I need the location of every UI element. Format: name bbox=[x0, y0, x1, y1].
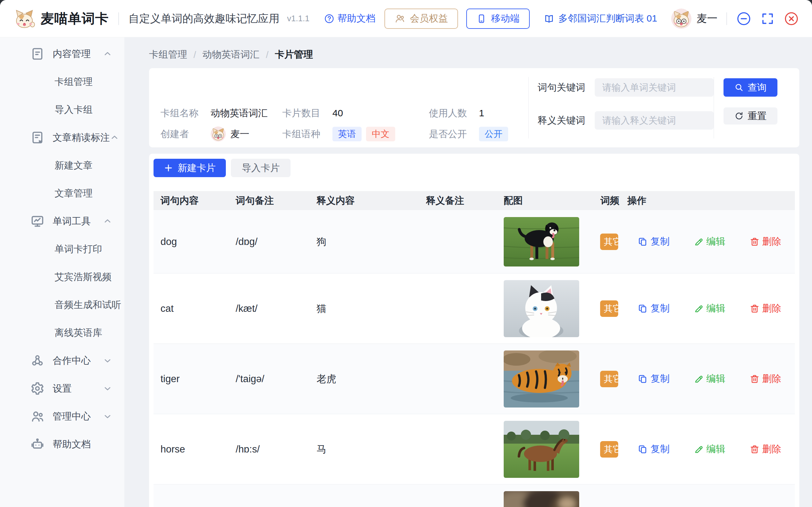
vertical-divider bbox=[714, 77, 714, 138]
top-header: 麦喵单词卡 自定义单词的高效趣味记忆应用 v1.1.1 帮助文档 会员权益 移动… bbox=[0, 0, 812, 38]
phone-icon bbox=[476, 14, 487, 24]
sidebar-item-label: 帮助文档 bbox=[53, 438, 91, 451]
cell-actions: 复制编辑删除 bbox=[620, 235, 795, 248]
edit-button[interactable]: 编辑 bbox=[694, 302, 725, 315]
wordlist-link[interactable]: 多邻国词汇判断词表 01 bbox=[544, 12, 657, 25]
collab-icon bbox=[31, 354, 44, 368]
gear-icon bbox=[31, 382, 44, 395]
delete-button[interactable]: 删除 bbox=[750, 443, 781, 456]
sidebar-item-article[interactable]: 文章精读标注 bbox=[0, 124, 124, 152]
sidebar-item-monitor[interactable]: 单词工具 bbox=[0, 207, 124, 235]
sidebar-item-label: 管理中心 bbox=[53, 410, 91, 423]
animal-photo bbox=[504, 491, 579, 507]
breadcrumb-deck-name[interactable]: 动物英语词汇 bbox=[202, 48, 259, 61]
sidebar-item-robot[interactable]: 帮助文档 bbox=[0, 430, 124, 458]
delete-button[interactable]: 删除 bbox=[750, 372, 781, 385]
sidebar-item-label: 内容管理 bbox=[53, 48, 91, 60]
copy-button[interactable]: 复制 bbox=[638, 443, 670, 456]
edit-icon bbox=[694, 237, 704, 247]
chevron-down-icon bbox=[103, 356, 112, 365]
reset-button[interactable]: 重置 bbox=[723, 107, 777, 124]
cell-actions: 复制编辑删除 bbox=[620, 372, 795, 385]
language-tag-english: 英语 bbox=[333, 127, 362, 141]
frequency-tag: 其它 bbox=[600, 371, 618, 387]
sidebar-item-label: 设置 bbox=[53, 382, 72, 395]
horse-photo bbox=[504, 421, 579, 478]
delete-button[interactable]: 删除 bbox=[750, 302, 781, 315]
copy-icon bbox=[638, 303, 648, 314]
sidebar-subitem[interactable]: 导入卡组 bbox=[0, 96, 124, 124]
new-card-button[interactable]: 新建卡片 bbox=[154, 159, 226, 177]
header-divider bbox=[118, 12, 119, 25]
copy-button[interactable]: 复制 bbox=[638, 372, 670, 385]
edit-button[interactable]: 编辑 bbox=[694, 372, 725, 385]
close-button[interactable] bbox=[784, 11, 799, 26]
vertical-divider bbox=[528, 77, 529, 138]
card-count-label: 卡片数目 bbox=[282, 107, 333, 120]
monitor-icon bbox=[31, 214, 44, 228]
word-keyword-input[interactable] bbox=[595, 78, 714, 97]
cell-actions: 复制编辑删除 bbox=[620, 302, 795, 315]
help-doc-link[interactable]: 帮助文档 bbox=[324, 12, 375, 25]
breadcrumb-card-management: 卡片管理 bbox=[275, 48, 313, 61]
sidebar-item-label: 文章精读标注 bbox=[53, 131, 110, 144]
sidebar-subitem[interactable]: 新建文章 bbox=[0, 152, 124, 179]
frequency-tag: 其它 bbox=[600, 441, 618, 458]
mobile-app-button[interactable]: 移动端 bbox=[466, 9, 530, 29]
cards-table: 词句内容 词句备注 释义内容 释义备注 配图 词频 操作 dog/dɒg/狗 bbox=[154, 191, 795, 507]
col-meaning-note: 释义备注 bbox=[419, 194, 497, 207]
users-icon bbox=[31, 409, 44, 424]
col-frequency: 词频 bbox=[594, 194, 620, 207]
delete-button[interactable]: 删除 bbox=[750, 235, 781, 248]
sidebar-subitem[interactable]: 单词卡打印 bbox=[0, 235, 124, 263]
edit-button[interactable]: 编辑 bbox=[694, 443, 725, 456]
chevron-down-icon bbox=[103, 384, 112, 393]
app-version: v1.1.1 bbox=[287, 14, 310, 23]
language-tag-chinese: 中文 bbox=[366, 127, 395, 141]
frequency-tag: 其它 bbox=[600, 300, 618, 317]
cell-image bbox=[497, 280, 594, 337]
fullscreen-button[interactable] bbox=[761, 12, 774, 26]
sidebar-item-collab[interactable]: 合作中心 bbox=[0, 347, 124, 375]
copy-button[interactable]: 复制 bbox=[638, 235, 670, 248]
sidebar-item-document[interactable]: 内容管理 bbox=[0, 40, 124, 68]
copy-icon bbox=[638, 374, 648, 384]
main-content: 卡组管理 / 动物英语词汇 / 卡片管理 卡组名称 动物英语词汇 创建者 bbox=[124, 38, 812, 507]
user-menu[interactable]: 麦一 bbox=[671, 9, 717, 29]
cell-frequency: 其它 bbox=[594, 441, 620, 458]
sidebar-subitem[interactable]: 卡组管理 bbox=[0, 68, 124, 96]
edit-button[interactable]: 编辑 bbox=[694, 235, 725, 248]
breadcrumb: 卡组管理 / 动物英语词汇 / 卡片管理 bbox=[149, 48, 799, 61]
sidebar-subitem[interactable]: 离线英语库 bbox=[0, 319, 124, 347]
breadcrumb-deck-management[interactable]: 卡组管理 bbox=[149, 48, 187, 61]
minimize-button[interactable] bbox=[737, 11, 751, 26]
creator-label: 创建者 bbox=[160, 128, 211, 141]
copy-button[interactable]: 复制 bbox=[638, 302, 670, 315]
sidebar-item-users[interactable]: 管理中心 bbox=[0, 402, 124, 430]
table-row: tiger/'taigə/老虎 其它复制编辑删除 bbox=[154, 344, 795, 414]
sidebar-subitem[interactable]: 艾宾浩斯视频 bbox=[0, 263, 124, 291]
sidebar-subitem[interactable]: 文章管理 bbox=[0, 179, 124, 207]
word-keyword-label: 词句关键词 bbox=[538, 81, 595, 94]
sidebar-item-label: 单词工具 bbox=[53, 215, 91, 228]
app-logo-cat-icon bbox=[13, 8, 36, 30]
tiger-photo bbox=[504, 350, 579, 407]
import-card-button[interactable]: 导入卡片 bbox=[231, 159, 291, 177]
chevron-up-icon bbox=[103, 216, 112, 226]
cell-meaning: 马 bbox=[310, 443, 419, 456]
edit-icon bbox=[694, 374, 704, 384]
cell-image bbox=[497, 217, 594, 267]
window-controls bbox=[737, 11, 799, 26]
meaning-keyword-input[interactable] bbox=[595, 111, 714, 130]
query-button[interactable]: 查询 bbox=[723, 78, 777, 97]
sidebar-item-gear[interactable]: 设置 bbox=[0, 375, 124, 402]
cell-image bbox=[497, 491, 594, 507]
app-window: 麦喵单词卡 自定义单词的高效趣味记忆应用 v1.1.1 帮助文档 会员权益 移动… bbox=[0, 0, 812, 507]
sidebar-subitem[interactable]: 音频生成和试听 bbox=[0, 291, 124, 319]
cell-word: cat bbox=[154, 303, 229, 314]
cat-photo bbox=[504, 280, 579, 337]
col-image: 配图 bbox=[497, 194, 594, 207]
table-row: dog/dɒg/狗 其它复制编辑删除 bbox=[154, 210, 795, 274]
member-benefits-button[interactable]: 会员权益 bbox=[385, 9, 458, 29]
cell-image bbox=[497, 350, 594, 407]
